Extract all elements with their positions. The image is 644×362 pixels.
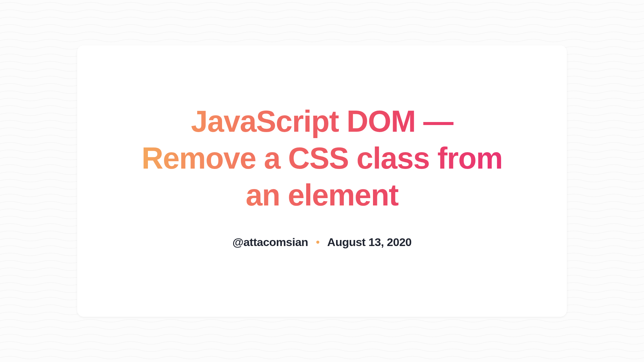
publish-date: August 13, 2020 [327, 236, 412, 249]
content-card: JavaScript DOM — Remove a CSS class from… [77, 45, 567, 317]
article-title: JavaScript DOM — Remove a CSS class from… [138, 103, 506, 214]
dot-separator-icon [316, 241, 319, 244]
author-handle: @attacomsian [232, 236, 308, 249]
article-meta: @attacomsian August 13, 2020 [232, 236, 412, 249]
